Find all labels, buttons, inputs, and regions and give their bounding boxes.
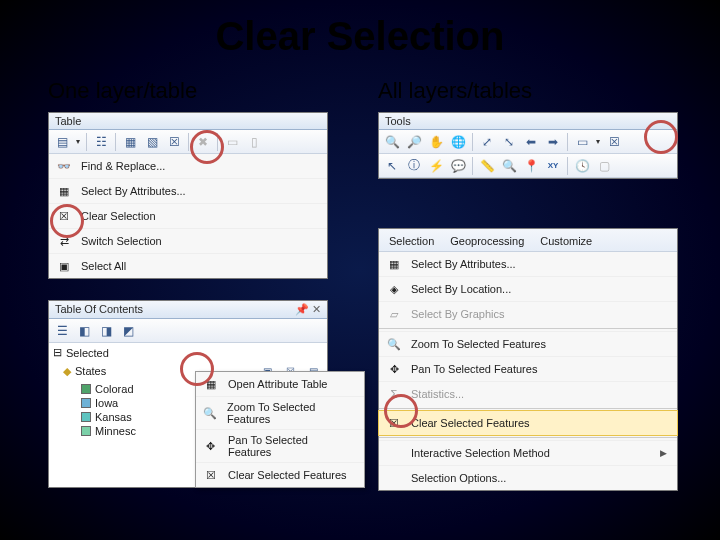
tools-panel: Tools 🔍 🔎 ✋ 🌐 ⤢ ⤡ ⬅ ➡ ▭▾ ☒ ↖ ⓘ ⚡ 💬 📏 🔍 📍…: [378, 112, 678, 179]
menu-label: Select By Location...: [411, 283, 511, 295]
toc-context-menu: ▦ Open Attribute Table 🔍 Zoom To Selecte…: [195, 371, 365, 488]
pointer-icon[interactable]: ↖: [382, 156, 402, 176]
select-row-icon[interactable]: ▯: [244, 132, 264, 152]
menu-select-by-graphics: ▱ Select By Graphics: [379, 301, 677, 326]
find-icon[interactable]: 🔍: [499, 156, 519, 176]
tools-title: Tools: [379, 113, 677, 130]
select-col-icon[interactable]: ▭: [222, 132, 242, 152]
minus-icon: ⊟: [53, 346, 62, 359]
menu-statistics: Σ Statistics...: [379, 381, 677, 406]
menu-label: Zoom To Selected Features: [227, 401, 354, 425]
list-by-visibility-icon[interactable]: ◨: [96, 321, 116, 341]
stats-icon: Σ: [385, 386, 403, 402]
tab-selection[interactable]: Selection: [387, 233, 436, 251]
clear-sel-tool-icon[interactable]: ☒: [604, 132, 624, 152]
switch-sel-icon: ⇄: [55, 233, 73, 249]
menu-label: Selection Options...: [411, 472, 506, 484]
sel-attr-icon: ▦: [385, 256, 403, 272]
menu-zoom-selected[interactable]: 🔍 Zoom To Selected Features: [379, 331, 677, 356]
menu-selection-options[interactable]: Selection Options...: [379, 465, 677, 490]
layer-icon: ◆: [63, 365, 71, 378]
zoom-sel-icon: 🔍: [385, 336, 403, 352]
menu-select-by-location[interactable]: ◈ Select By Location...: [379, 276, 677, 301]
left-subheading: One layer/table: [48, 78, 197, 104]
submenu-arrow-icon: ▶: [660, 448, 667, 458]
menu-label: Clear Selected Features: [411, 417, 530, 429]
prev-extent-icon[interactable]: ⬅: [521, 132, 541, 152]
toc-title: Table Of Contents: [55, 303, 143, 316]
menu-select-all[interactable]: ▣ Select All: [49, 253, 327, 278]
fixed-zoom-in-icon[interactable]: ⤢: [477, 132, 497, 152]
sel-graph-icon: ▱: [385, 306, 403, 322]
menu-label: Find & Replace...: [81, 160, 165, 172]
zoom-out-icon[interactable]: 🔎: [404, 132, 424, 152]
menu-select-by-attributes[interactable]: ▦ Select By Attributes...: [379, 252, 677, 276]
menu-label: Interactive Selection Method: [411, 447, 550, 459]
menu-label: Statistics...: [411, 388, 464, 400]
toc-pin-icon[interactable]: 📌 ✕: [295, 303, 321, 316]
menu-clear-selection[interactable]: ☒ Clear Selection: [49, 203, 327, 228]
clear-sel-icon: ☒: [202, 467, 220, 483]
table-menu: 👓 Find & Replace... ▦ Select By Attribut…: [49, 154, 327, 278]
menu-select-by-attributes[interactable]: ▦ Select By Attributes...: [49, 178, 327, 203]
menu-label: Zoom To Selected Features: [411, 338, 546, 350]
binoculars-icon: 👓: [55, 158, 73, 174]
zoom-in-icon[interactable]: 🔍: [382, 132, 402, 152]
measure-icon[interactable]: 📏: [477, 156, 497, 176]
selection-menu-panel: Selection Geoprocessing Customize ▦ Sele…: [378, 228, 678, 491]
pan-sel-icon: ✥: [385, 361, 403, 377]
toc-panel: Table Of Contents 📌 ✕ ☰ ◧ ◨ ◩ ⊟ Selected…: [48, 300, 328, 488]
globe-icon[interactable]: 🌐: [448, 132, 468, 152]
goto-xy-icon[interactable]: XY: [543, 156, 563, 176]
delete-icon: ✖: [193, 132, 213, 152]
context-open-attribute-table[interactable]: ▦ Open Attribute Table: [196, 372, 364, 396]
clear-sel-toolbar-icon[interactable]: ☒: [164, 132, 184, 152]
clear-sel-icon: ☒: [55, 208, 73, 224]
menu-switch-selection[interactable]: ⇄ Switch Selection: [49, 228, 327, 253]
list-by-drawing-icon[interactable]: ☰: [52, 321, 72, 341]
select-attr-icon: ▦: [55, 183, 73, 199]
list-item-label: Minnesc: [95, 425, 136, 437]
toc-toolbar: ☰ ◧ ◨ ◩: [49, 319, 327, 343]
list-by-source-icon[interactable]: ◧: [74, 321, 94, 341]
pan-icon[interactable]: ✋: [426, 132, 446, 152]
menu-label: Select By Attributes...: [81, 185, 186, 197]
related-tables-icon[interactable]: ☷: [91, 132, 111, 152]
toc-layer-label: States: [75, 365, 106, 377]
menu-find-replace[interactable]: 👓 Find & Replace...: [49, 154, 327, 178]
sel-loc-icon: ◈: [385, 281, 403, 297]
attr-icon[interactable]: ▦: [120, 132, 140, 152]
table-icon: ▦: [202, 376, 220, 392]
export-icon[interactable]: ▧: [142, 132, 162, 152]
list-by-selection-icon[interactable]: ◩: [118, 321, 138, 341]
find-route-icon[interactable]: 📍: [521, 156, 541, 176]
context-clear-selected[interactable]: ☒ Clear Selected Features: [196, 462, 364, 487]
hyperlink-icon[interactable]: ⚡: [426, 156, 446, 176]
page-title: Clear Selection: [0, 14, 720, 59]
context-zoom-selected[interactable]: 🔍 Zoom To Selected Features: [196, 396, 364, 429]
table-toolbar: ▤▾ ☷ ▦ ▧ ☒ ✖ ▭ ▯: [49, 130, 327, 154]
fixed-zoom-out-icon[interactable]: ⤡: [499, 132, 519, 152]
tools-row-2: ↖ ⓘ ⚡ 💬 📏 🔍 📍 XY 🕓 ▢: [379, 154, 677, 178]
menu-pan-selected[interactable]: ✥ Pan To Selected Features: [379, 356, 677, 381]
html-popup-icon[interactable]: 💬: [448, 156, 468, 176]
opts-icon: [385, 470, 403, 486]
tab-geoprocessing[interactable]: Geoprocessing: [448, 233, 526, 251]
int-sel-icon: [385, 445, 403, 461]
toc-selected-group[interactable]: ⊟ Selected: [53, 345, 323, 360]
menu-interactive-selection-method[interactable]: Interactive Selection Method ▶: [379, 440, 677, 465]
pan-sel-icon: ✥: [202, 438, 220, 454]
viewer-icon[interactable]: ▢: [594, 156, 614, 176]
menu-clear-selected-features[interactable]: ☒ Clear Selected Features: [378, 410, 678, 436]
select-features-icon[interactable]: ▭: [572, 132, 592, 152]
table-menu-icon[interactable]: ▤: [52, 132, 72, 152]
next-extent-icon[interactable]: ➡: [543, 132, 563, 152]
identify-icon[interactable]: ⓘ: [404, 156, 424, 176]
swatch-icon: [81, 426, 91, 436]
menu-label: Select By Attributes...: [411, 258, 516, 270]
time-slider-icon[interactable]: 🕓: [572, 156, 592, 176]
tab-customize[interactable]: Customize: [538, 233, 594, 251]
zoom-sel-icon: 🔍: [202, 405, 219, 421]
menu-label: Clear Selection: [81, 210, 156, 222]
context-pan-selected[interactable]: ✥ Pan To Selected Features: [196, 429, 364, 462]
